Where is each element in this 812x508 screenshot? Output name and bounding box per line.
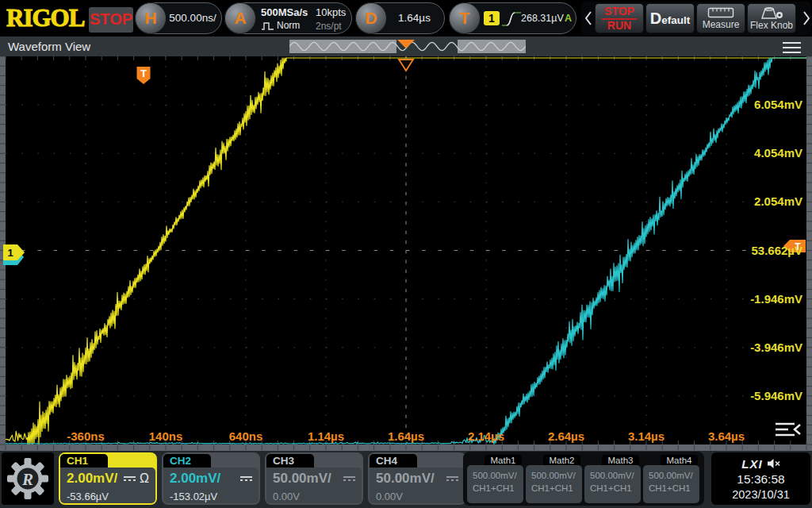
math1-scale: 500.00mV/ <box>473 469 523 482</box>
math2-tab[interactable]: Math2 <box>543 455 580 466</box>
x-axis-label: 1.64µs <box>388 429 424 443</box>
math2-scale: 500.00mV/ <box>531 469 582 482</box>
math3-tab[interactable]: Math3 <box>602 455 639 466</box>
quick-buttons-group: STOP RUN Default Measure Flex Knob <box>581 2 811 35</box>
rising-edge-icon <box>501 10 523 29</box>
horizontal-scale-value: 500.00ns/ <box>169 3 216 33</box>
trigger-position-icon <box>399 60 413 71</box>
scroll-right-icon[interactable] <box>802 10 810 26</box>
math3-card[interactable]: Math3 500.00mV/ CH1+CH1 <box>584 455 641 503</box>
t-knob-icon[interactable]: T <box>449 2 481 34</box>
scroll-left-icon[interactable] <box>584 10 592 26</box>
x-axis-label: 3.14µs <box>628 429 665 443</box>
time-resolution: 2ns/pt <box>316 21 346 32</box>
trigger-source-badge: 1 <box>484 11 500 25</box>
ch2-offset: -153.02µV <box>170 491 252 502</box>
d-knob-icon[interactable]: D <box>355 2 387 34</box>
pulse-wave-icon <box>261 21 274 30</box>
ch1-offset: -53.66µV <box>67 491 149 502</box>
channel-card-ch3[interactable]: CH3 50.00mV/ 0.00V <box>265 452 363 505</box>
y-axis-label: -5.946mV <box>750 389 802 402</box>
knob-icon <box>758 6 785 19</box>
y-axis-label: 4.054mV <box>754 146 802 160</box>
strip-trigger-icon <box>289 40 526 53</box>
graticule-area[interactable]: T1T 6.054mV4.054mV2.054mV53.662µV-1.946m… <box>0 56 812 451</box>
channel-card-ch2[interactable]: CH2 2.00mV/ -153.02µV <box>162 452 260 505</box>
y-axis-label: 6.054mV <box>754 98 802 111</box>
ch2-tab[interactable]: CH2 <box>163 454 211 468</box>
rigol-gear-logo[interactable]: R <box>2 452 54 505</box>
ch2-scale: 2.00mV/ <box>170 471 220 487</box>
y-axis-label: -3.946mV <box>750 341 802 354</box>
ch3-tab[interactable]: CH3 <box>266 454 314 468</box>
math3-expr: CH1+CH1 <box>590 482 641 495</box>
math3-scale: 500.00mV/ <box>590 469 641 482</box>
math1-card[interactable]: Math1 500.00mV/ CH1+CH1 <box>467 455 523 503</box>
trigger-status: A <box>565 3 572 33</box>
h-knob-icon[interactable]: H <box>135 2 167 34</box>
svg-text:1: 1 <box>7 247 13 259</box>
memory-position-strip[interactable] <box>289 40 526 53</box>
y-axis-label: -1.946mV <box>750 292 802 306</box>
ch3-offset: 0.00V <box>273 491 355 502</box>
dc-coupling-icon <box>446 476 458 481</box>
ch1-scale: 2.00mV/ <box>67 471 117 487</box>
x-axis-label: -360ns <box>67 429 105 443</box>
math1-expr: CH1+CH1 <box>473 482 523 495</box>
collapse-menu-icon <box>776 424 800 435</box>
delay-pill[interactable]: D 1.64µs <box>355 2 445 34</box>
channel-card-ch1[interactable]: CH1 2.00mV/ Ω -53.66µV <box>59 452 157 505</box>
acquisition-status-badge: STOP <box>89 7 133 33</box>
rigol-logo: RIGOL <box>6 4 84 33</box>
waveform-view-title: Waveform View <box>8 40 90 53</box>
a-knob-icon[interactable]: A <box>224 2 256 34</box>
top-bar: RIGOL STOP H 500.00ns/ A 500MSa/s Norm 1… <box>0 0 812 37</box>
lxi-logo: LXI <box>741 457 762 471</box>
trigger-pill[interactable]: T 1 268.31µV A <box>449 2 576 34</box>
speaker-mute-icon <box>767 458 780 469</box>
x-axis-label: 640ns <box>229 429 263 443</box>
y-axis-label: 53.662µV <box>751 244 802 257</box>
measure-button[interactable]: Measure <box>696 3 745 33</box>
ch1-impedance: Ω <box>140 471 149 486</box>
acquisition-pill[interactable]: A 500MSa/s Norm 10kpts 2ns/pt <box>224 2 352 34</box>
default-button[interactable]: Default <box>645 3 695 33</box>
x-axis-label: 140ns <box>149 429 183 443</box>
stop-run-button[interactable]: STOP RUN <box>595 3 644 33</box>
ch4-scale: 50.00mV/ <box>376 471 435 487</box>
ruler-icon <box>707 7 734 18</box>
delay-value: 1.64µs <box>389 3 439 33</box>
trigger-level-value: 268.31µV <box>521 3 564 33</box>
ch4-offset: 0.00V <box>376 491 458 502</box>
math1-tab[interactable]: Math1 <box>485 455 522 466</box>
ch1-tab[interactable]: CH1 <box>60 454 108 468</box>
x-axis-label: 3.64µs <box>708 429 745 443</box>
status-box[interactable]: LXI 15:36:58 2023/10/31 <box>711 452 810 505</box>
y-axis-label: 2.054mV <box>754 194 802 208</box>
math2-expr: CH1+CH1 <box>531 482 582 495</box>
math2-card[interactable]: Math2 500.00mV/ CH1+CH1 <box>526 455 582 503</box>
memory-depth: 10kpts <box>316 6 346 18</box>
acquisition-mode: Norm <box>277 20 300 31</box>
dc-coupling-icon <box>124 476 136 481</box>
math4-scale: 500.00mV/ <box>649 469 699 482</box>
math4-tab[interactable]: Math4 <box>661 455 698 466</box>
flex-knob-button[interactable]: Flex Knob <box>747 3 796 33</box>
sample-rate: 500MSa/s <box>261 6 315 18</box>
svg-text:T: T <box>140 68 147 79</box>
menu-icon[interactable] <box>783 42 801 56</box>
ch4-tab[interactable]: CH4 <box>370 454 417 468</box>
math4-card[interactable]: Math4 500.00mV/ CH1+CH1 <box>643 455 699 503</box>
waveform-view-header: Waveform View <box>0 37 812 56</box>
date: 2023/10/31 <box>711 488 810 501</box>
x-axis-label: 2.14µs <box>468 429 504 443</box>
horizontal-scale-pill[interactable]: H 500.00ns/ <box>135 2 222 34</box>
x-axis-label: 1.14µs <box>308 429 344 443</box>
clock: 15:36:58 <box>711 472 810 487</box>
svg-text:R: R <box>21 470 33 489</box>
bottom-bar: R CH1 2.00mV/ Ω -53.66µV CH2 2.00mV/ -15… <box>0 451 812 508</box>
ch3-scale: 50.00mV/ <box>273 471 331 487</box>
dc-coupling-icon <box>240 476 252 481</box>
channel-card-ch4[interactable]: CH4 50.00mV/ 0.00V <box>368 452 466 505</box>
dc-coupling-icon <box>343 476 355 481</box>
